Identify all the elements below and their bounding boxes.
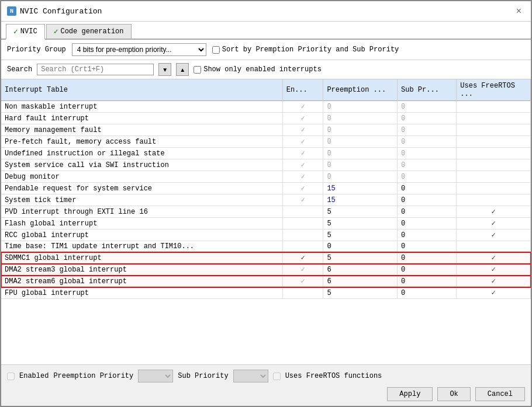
table-row[interactable]: RCC global interrupt50✓ xyxy=(1,229,531,241)
close-button[interactable]: × xyxy=(513,5,525,18)
preemption-cell: 15 xyxy=(323,194,398,206)
freertos-cell xyxy=(457,159,531,171)
search-prev-btn[interactable]: ▲ xyxy=(176,63,189,76)
freertos-cell xyxy=(457,113,531,124)
preemption-cell: 0 xyxy=(323,101,398,113)
header-subpriority: Sub Pr... xyxy=(398,79,457,101)
freertos-label: Uses FreeRTOS functions xyxy=(285,372,382,380)
show-enabled-area: Show only enabled interrupts xyxy=(194,65,322,74)
nvic-configuration-dialog: N NVIC Configuration × ✓ NVIC ✓ Code gen… xyxy=(0,0,532,407)
priority-group-select[interactable]: 4 bits for pre-emption priority... xyxy=(72,43,206,56)
preemption-cell: 0 xyxy=(323,124,398,136)
table-header-row: Interrupt Table En... Preemption ... Sub… xyxy=(1,79,531,101)
apply-button[interactable]: Apply xyxy=(387,387,433,401)
preemption-cell: 0 xyxy=(323,136,398,148)
freertos-checkbox[interactable] xyxy=(273,373,281,380)
table-row[interactable]: Pendable request for system service✓150 xyxy=(1,183,531,194)
enabled-cell: ✓ xyxy=(282,148,323,159)
freertos-cell xyxy=(457,171,531,183)
sort-checkbox[interactable] xyxy=(212,46,220,54)
show-enabled-label: Show only enabled interrupts xyxy=(203,65,322,74)
search-next-btn[interactable]: ▼ xyxy=(158,63,171,76)
enabled-cell: ✓ xyxy=(282,124,323,136)
button-row: Apply Ok Cancel xyxy=(7,387,525,401)
table-scroll[interactable]: Interrupt Table En... Preemption ... Sub… xyxy=(1,79,531,364)
cancel-button[interactable]: Cancel xyxy=(475,387,525,401)
title-bar-left: N NVIC Configuration xyxy=(7,6,102,16)
table-row[interactable]: DMA2 stream3 global interrupt✓60✓ xyxy=(1,264,531,276)
subpriority-cell: 0 xyxy=(398,183,457,194)
freertos-cell xyxy=(457,124,531,136)
preemption-cell: 0 xyxy=(323,159,398,171)
freertos-cell xyxy=(457,148,531,159)
ok-button[interactable]: Ok xyxy=(437,387,470,401)
enabled-cell xyxy=(282,206,323,218)
subpriority-cell: 0 xyxy=(398,136,457,148)
sort-label: Sort by Premption Priority and Sub Prori… xyxy=(222,46,399,54)
freertos-cell: ✓ xyxy=(457,252,531,264)
table-row[interactable]: Non maskable interrupt✓00 xyxy=(1,101,531,113)
table-row[interactable]: Memory management fault✓00 xyxy=(1,124,531,136)
tab-code-generation[interactable]: ✓ Code generation xyxy=(46,24,132,39)
subpriority-cell: 0 xyxy=(398,241,457,252)
interrupt-name: Flash global interrupt xyxy=(1,218,282,229)
interrupt-name: Hard fault interrupt xyxy=(1,113,282,124)
table-row[interactable]: DMA2 stream6 global interrupt✓60✓ xyxy=(1,276,531,287)
enabled-cell: ✓ xyxy=(282,183,323,194)
preemption-cell: 6 xyxy=(323,264,398,276)
table-body: Non maskable interrupt✓00Hard fault inte… xyxy=(1,101,531,299)
interrupt-name: DMA2 stream6 global interrupt xyxy=(1,276,282,287)
enabled-cell: ✓ xyxy=(282,252,323,264)
enabled-cell: ✓ xyxy=(282,113,323,124)
preemption-priority-label: Preemption Priority xyxy=(53,372,133,380)
subpriority-cell: 0 xyxy=(398,252,457,264)
interrupt-name: FPU global interrupt xyxy=(1,287,282,299)
enabled-cell: ✓ xyxy=(282,264,323,276)
interrupt-name: RCC global interrupt xyxy=(1,229,282,241)
enabled-checkbox[interactable] xyxy=(7,373,15,380)
sub-priority-select[interactable] xyxy=(233,370,268,382)
table-row[interactable]: Undefined instruction or illegal state✓0… xyxy=(1,148,531,159)
tab-nvic[interactable]: ✓ NVIC xyxy=(6,24,45,40)
show-enabled-checkbox[interactable] xyxy=(194,66,201,74)
table-row[interactable]: SDMMC1 global interrupt✓50✓ xyxy=(1,252,531,264)
table-row[interactable]: Flash global interrupt50✓ xyxy=(1,218,531,229)
interrupt-name: Debug monitor xyxy=(1,171,282,183)
tab-nvic-label: NVIC xyxy=(20,27,37,36)
freertos-cell: ✓ xyxy=(457,287,531,299)
enabled-cell: ✓ xyxy=(282,194,323,206)
subpriority-cell: 0 xyxy=(398,287,457,299)
priority-toolbar: Priority Group 4 bits for pre-emption pr… xyxy=(1,40,531,60)
freertos-cell: ✓ xyxy=(457,264,531,276)
header-freertos: Uses FreeRTOS ... xyxy=(457,79,531,101)
enabled-cell: ✓ xyxy=(282,101,323,113)
table-row[interactable]: FPU global interrupt50✓ xyxy=(1,287,531,299)
sort-checkbox-area: Sort by Premption Priority and Sub Prori… xyxy=(212,46,399,54)
table-row[interactable]: Time base: TIM1 update interrupt and TIM… xyxy=(1,241,531,252)
table-row[interactable]: System tick timer✓150 xyxy=(1,194,531,206)
interrupt-table-container: Interrupt Table En... Preemption ... Sub… xyxy=(1,79,531,364)
nvic-check-icon: ✓ xyxy=(13,27,18,36)
code-gen-check-icon: ✓ xyxy=(54,27,58,36)
enabled-cell xyxy=(282,218,323,229)
bottom-bar: Enabled Preemption Priority Sub Priority… xyxy=(1,364,531,406)
subpriority-cell: 0 xyxy=(398,194,457,206)
table-row[interactable]: PVD interrupt through EXTI line 1650✓ xyxy=(1,206,531,218)
subpriority-cell: 0 xyxy=(398,101,457,113)
table-row[interactable]: Pre-fetch fault, memory access fault✓00 xyxy=(1,136,531,148)
header-enabled: En... xyxy=(282,79,323,101)
preemption-cell: 5 xyxy=(323,287,398,299)
table-row[interactable]: Debug monitor✓00 xyxy=(1,171,531,183)
freertos-cell: ✓ xyxy=(457,218,531,229)
subpriority-cell: 0 xyxy=(398,276,457,287)
enabled-cell xyxy=(282,229,323,241)
preemption-priority-select[interactable] xyxy=(138,370,173,382)
table-row[interactable]: System service call via SWI instruction✓… xyxy=(1,159,531,171)
search-input[interactable] xyxy=(37,64,154,75)
enabled-label: Enabled xyxy=(19,372,49,380)
dialog-title: NVIC Configuration xyxy=(20,7,102,16)
freertos-cell xyxy=(457,241,531,252)
preemption-cell: 5 xyxy=(323,206,398,218)
preemption-cell: 0 xyxy=(323,241,398,252)
table-row[interactable]: Hard fault interrupt✓00 xyxy=(1,113,531,124)
